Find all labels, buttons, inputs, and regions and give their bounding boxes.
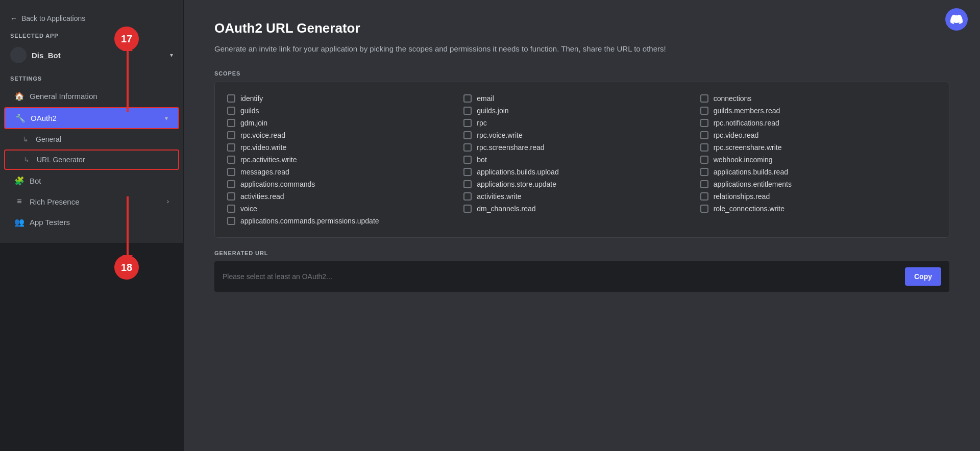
scope-item-messages-read[interactable]: messages.read (227, 166, 463, 178)
scope-item-gdm-join[interactable]: gdm.join (227, 117, 463, 129)
scope-item-relationships-read[interactable]: relationships.read (700, 190, 937, 203)
sidebar-item-app-testers[interactable]: 👥 App Testers (4, 212, 179, 232)
scope-item-guilds-members-read[interactable]: guilds.members.read (700, 105, 937, 117)
scope-item-applications-entitlements[interactable]: applications.entitlements (700, 178, 937, 190)
scope-checkbox-rpc-video-read[interactable] (700, 131, 708, 139)
back-link-label: Back to Applications (21, 14, 85, 22)
sidebar-item-label: URL Generator (37, 156, 85, 164)
scope-label: applications.builds.read (714, 168, 788, 176)
scope-checkbox-rpc-notifications-read[interactable] (700, 119, 708, 127)
back-arrow-icon: ← (10, 14, 17, 22)
scope-item-voice[interactable]: voice (227, 203, 463, 215)
scope-checkbox-gdm-join[interactable] (227, 119, 235, 127)
scope-item-email[interactable]: email (463, 92, 700, 105)
settings-section-label: SETTINGS (0, 76, 183, 86)
scope-label: guilds.members.read (714, 107, 780, 115)
scope-checkbox-bot[interactable] (463, 156, 472, 164)
page-title: OAuth2 URL Generator (214, 20, 949, 36)
scope-item-guilds[interactable]: guilds (227, 105, 463, 117)
scope-checkbox-rpc[interactable] (463, 119, 472, 127)
scope-item-rpc-voice-write[interactable]: rpc.voice.write (463, 129, 700, 141)
scope-item-role-connections-write[interactable]: role_connections.write (700, 203, 937, 215)
scope-checkbox-role-connections-write[interactable] (700, 205, 708, 213)
scope-item-applications-builds-read[interactable]: applications.builds.read (700, 166, 937, 178)
scope-item-applications-commands-permissions-update[interactable]: applications.commands.permissions.update (227, 215, 463, 227)
scope-label: email (477, 94, 494, 103)
scope-checkbox-identify[interactable] (227, 94, 235, 103)
scope-checkbox-applications-builds-read[interactable] (700, 168, 708, 176)
scope-item-rpc-screenshare-write[interactable]: rpc.screenshare.write (700, 141, 937, 154)
home-icon: 🏠 (14, 91, 24, 101)
sidebar-item-bot[interactable]: 🧩 Bot (4, 171, 179, 191)
scope-checkbox-messages-read[interactable] (227, 168, 235, 176)
scope-label: voice (240, 205, 257, 213)
scope-item-rpc-video-read[interactable]: rpc.video.read (700, 129, 937, 141)
scope-item-rpc-activities-write[interactable]: rpc.activities.write (227, 154, 463, 166)
scope-label: applications.store.update (477, 180, 556, 188)
scope-item-rpc-video-write[interactable]: rpc.video.write (227, 141, 463, 154)
scope-checkbox-webhook-incoming[interactable] (700, 156, 708, 164)
scope-checkbox-rpc-screenshare-read[interactable] (463, 143, 472, 152)
scope-item-applications-builds-upload[interactable]: applications.builds.upload (463, 166, 700, 178)
scope-item-bot[interactable]: bot (463, 154, 700, 166)
scope-checkbox-rpc-activities-write[interactable] (227, 156, 235, 164)
chevron-down-icon: ▾ (165, 115, 168, 122)
back-to-applications-link[interactable]: ← Back to Applications (0, 10, 183, 27)
scope-checkbox-guilds-members-read[interactable] (700, 107, 708, 115)
sidebar-item-rich-presence[interactable]: ≡ Rich Presence › (4, 192, 179, 211)
scope-checkbox-relationships-read[interactable] (700, 192, 708, 201)
sidebar-item-oauth2-general[interactable]: ↳ General (4, 130, 179, 148)
scope-checkbox-applications-builds-upload[interactable] (463, 168, 472, 176)
scope-checkbox-rpc-video-write[interactable] (227, 143, 235, 152)
copy-url-button[interactable]: Copy (905, 267, 941, 286)
scopes-label: SCOPES (214, 70, 949, 77)
app-selector[interactable]: Dis_Bot ▾ (0, 43, 183, 67)
app-name: Dis_Bot (32, 51, 61, 60)
scope-label: applications.entitlements (714, 180, 792, 188)
scope-item-applications-store-update[interactable]: applications.store.update (463, 178, 700, 190)
sidebar-item-oauth2[interactable]: 🔧 OAuth2 ▾ (4, 107, 179, 129)
scope-checkbox-guilds[interactable] (227, 107, 235, 115)
scope-item-activities-write[interactable]: activities.write (463, 190, 700, 203)
scope-checkbox-dm-channels-read[interactable] (463, 205, 472, 213)
scope-item-rpc-screenshare-read[interactable]: rpc.screenshare.read (463, 141, 700, 154)
sidebar-item-general-information[interactable]: 🏠 General Information (4, 86, 179, 106)
scope-item-guilds-join[interactable]: guilds.join (463, 105, 700, 117)
annotation-18: 18 (114, 255, 139, 280)
scope-item-rpc[interactable]: rpc (463, 117, 700, 129)
scope-checkbox-activities-read[interactable] (227, 192, 235, 201)
scope-checkbox-applications-entitlements[interactable] (700, 180, 708, 188)
sidebar-item-url-generator[interactable]: ↳ URL Generator (4, 149, 179, 170)
avatar (10, 47, 27, 63)
scope-checkbox-voice[interactable] (227, 205, 235, 213)
scope-checkbox-connections[interactable] (700, 94, 708, 103)
scope-checkbox-rpc-screenshare-write[interactable] (700, 143, 708, 152)
scope-checkbox-activities-write[interactable] (463, 192, 472, 201)
scope-label: rpc.screenshare.read (477, 143, 544, 152)
scope-checkbox-email[interactable] (463, 94, 472, 103)
scope-checkbox-guilds-join[interactable] (463, 107, 472, 115)
scope-item-connections[interactable]: connections (700, 92, 937, 105)
scope-checkbox-applications-commands[interactable] (227, 180, 235, 188)
url-bar: Please select at least an OAuth2... Copy (214, 261, 949, 292)
scope-item-webhook-incoming[interactable]: webhook.incoming (700, 154, 937, 166)
scope-item-applications-commands[interactable]: applications.commands (227, 178, 463, 190)
scope-item-dm-channels-read[interactable]: dm_channels.read (463, 203, 700, 215)
scope-checkbox-applications-store-update[interactable] (463, 180, 472, 188)
scope-checkbox-rpc-voice-read[interactable] (227, 131, 235, 139)
sub-arrow-icon: ↳ (23, 156, 30, 164)
annotation-17: 17 (114, 27, 139, 51)
selected-app-label: SELECTED APP (0, 33, 183, 43)
scope-label: rpc.activities.write (240, 156, 297, 164)
scope-checkbox-applications-commands-permissions-update[interactable] (227, 217, 235, 225)
url-placeholder-text: Please select at least an OAuth2... (223, 272, 332, 281)
scope-label: rpc.video.read (714, 131, 759, 139)
scope-item-identify[interactable]: identify (227, 92, 463, 105)
scope-item-rpc-voice-read[interactable]: rpc.voice.read (227, 129, 463, 141)
scope-item-activities-read[interactable]: activities.read (227, 190, 463, 203)
scope-label: activities.write (477, 192, 521, 201)
scope-checkbox-rpc-voice-write[interactable] (463, 131, 472, 139)
scopes-box: identify guilds gdm.join rpc.voice.read … (214, 82, 949, 238)
scope-label: role_connections.write (714, 205, 785, 213)
scope-item-rpc-notifications-read[interactable]: rpc.notifications.read (700, 117, 937, 129)
